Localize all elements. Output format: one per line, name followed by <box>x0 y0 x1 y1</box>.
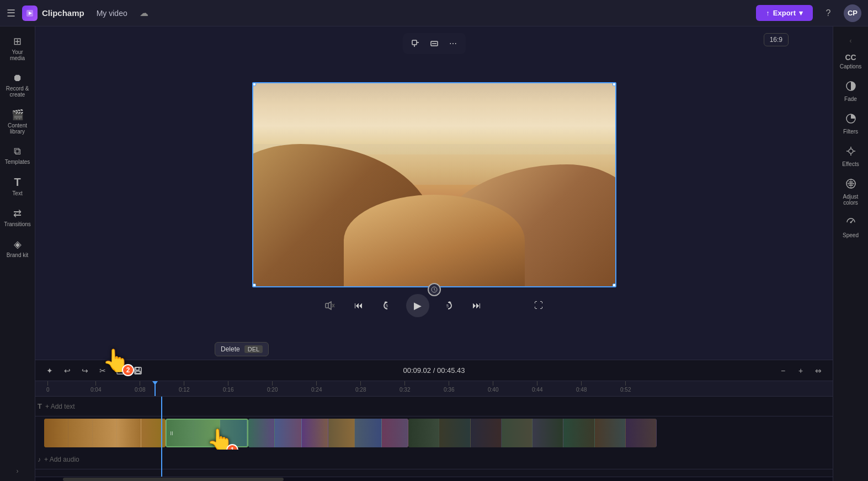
help-button[interactable]: ? <box>819 4 837 22</box>
templates-icon: ⧉ <box>14 146 21 157</box>
play-pause-button[interactable]: ▶ <box>406 294 429 317</box>
clip-1-thumbnails <box>44 419 166 447</box>
captions-panel-button[interactable]: CC Captions <box>835 49 866 74</box>
captions-icon: CC <box>845 53 856 62</box>
aspect-ratio-button[interactable]: 16:9 <box>764 33 789 46</box>
zoom-in-button[interactable]: + <box>793 363 808 378</box>
brand-kit-icon: ◈ <box>14 238 22 250</box>
more-options-button[interactable]: ⋯ <box>445 35 461 52</box>
speed-panel-button[interactable]: Speed <box>835 212 866 243</box>
ruler-mark-52: 0:52 <box>620 381 631 393</box>
right-sidebar-collapse-button[interactable]: ‹ <box>845 35 856 46</box>
magic-button[interactable]: ✦ <box>42 363 57 378</box>
resize-handle-top-left[interactable] <box>252 82 256 86</box>
add-audio-button[interactable]: ♪ + Add audio <box>38 456 830 463</box>
video-preview[interactable] <box>252 82 616 287</box>
ruler-mark-12: 0:12 <box>179 381 189 393</box>
clip-3-thumbnails <box>248 419 408 447</box>
playhead-triangle <box>152 381 158 385</box>
ruler-mark-4: 0:04 <box>90 381 101 393</box>
fade-panel-button[interactable]: Fade <box>835 76 866 106</box>
fit-timeline-button[interactable]: ⇔ <box>811 363 826 378</box>
resize-handle-top-right[interactable] <box>613 82 616 86</box>
filters-panel-button[interactable]: Filters <box>835 109 866 139</box>
text-track-row: T + Add text <box>35 397 833 416</box>
text-track-icon: T <box>38 402 42 410</box>
clip-2-thumbnails <box>167 420 247 446</box>
svg-point-33 <box>850 222 851 223</box>
save-frame-button[interactable] <box>130 363 146 378</box>
ruler-mark-16: 0:16 <box>223 381 233 393</box>
left-sidebar: ⊞ Your media ⏺ Record &create 🎬 Content … <box>0 26 35 481</box>
svg-rect-19 <box>136 367 139 370</box>
video-track-row: ⏸ <box>35 416 833 450</box>
rewind-5s-button[interactable]: 5 <box>377 296 397 316</box>
preview-area: ⋯ 16:9 <box>35 26 833 360</box>
playhead-ruler <box>155 381 156 396</box>
center-area: ⋯ 16:9 <box>35 26 833 481</box>
fullscreen-button[interactable]: ⛶ <box>529 296 549 316</box>
sidebar-item-transitions[interactable]: ⇄ Transitions <box>2 203 33 232</box>
app-name: Clipchamp <box>42 8 84 18</box>
export-chevron-icon: ▾ <box>799 9 803 17</box>
subtitle-button[interactable] <box>426 35 443 52</box>
topbar: ☰ Clipchamp My video ☁ ↑ Export ▾ ? CP <box>0 0 868 26</box>
svg-point-27 <box>849 149 853 153</box>
hamburger-menu[interactable]: ☰ <box>7 7 15 19</box>
resize-handle-bottom-right[interactable] <box>613 284 616 287</box>
resize-handle-bottom-left[interactable] <box>252 284 256 287</box>
ruler-mark-0: 0 <box>46 381 50 393</box>
timeline-area: ✦ ↩ ↪ ✂ Delete DEL <box>35 360 833 481</box>
undo-button[interactable]: ↩ <box>60 363 75 378</box>
your-media-icon: ⊞ <box>13 35 22 47</box>
scrollbar-thumb[interactable] <box>63 478 284 481</box>
svg-text:5: 5 <box>446 304 449 308</box>
skip-to-start-button[interactable]: ⏮ <box>349 296 369 316</box>
adjust-colors-panel-button[interactable]: Adjust colors <box>835 174 866 210</box>
right-sidebar: ‹ CC Captions Fade Filters <box>833 26 868 481</box>
ruler-mark-48: 0:48 <box>576 381 587 393</box>
desert-scene <box>253 83 615 286</box>
ruler-mark-40: 0:40 <box>488 381 498 393</box>
sidebar-item-record-create[interactable]: ⏺ Record &create <box>2 68 33 102</box>
zoom-out-button[interactable]: − <box>775 363 791 378</box>
redo-button[interactable]: ↪ <box>77 363 93 378</box>
sidebar-item-your-media[interactable]: ⊞ Your media <box>2 31 33 66</box>
logo-icon <box>22 6 38 21</box>
ruler-mark-28: 0:28 <box>355 381 366 393</box>
mute-button[interactable] <box>320 296 340 316</box>
svg-text:5: 5 <box>386 304 388 308</box>
ruler-mark-20: 0:20 <box>267 381 278 393</box>
preview-toolbar: ⋯ <box>403 33 466 54</box>
logo: Clipchamp <box>22 6 84 21</box>
delete-button[interactable]: Delete DEL <box>113 363 128 378</box>
cloud-save-icon[interactable]: ☁ <box>140 8 148 18</box>
effects-panel-button[interactable]: Effects <box>835 141 866 172</box>
export-button[interactable]: ↑ Export ▾ <box>756 5 813 21</box>
crop-button[interactable] <box>407 35 424 52</box>
scissors-button[interactable]: ✂ <box>95 363 110 378</box>
add-text-button[interactable]: T + Add text <box>38 402 830 410</box>
video-clip-2-selected[interactable]: ⏸ <box>166 419 248 447</box>
adjust-colors-icon <box>845 178 856 192</box>
sidebar-item-brand-kit[interactable]: ◈ Brand kit <box>2 234 33 263</box>
ruler-mark-32: 0:32 <box>400 381 410 393</box>
video-title[interactable]: My video <box>91 7 133 20</box>
avatar[interactable]: CP <box>844 4 861 22</box>
sidebar-item-content-library[interactable]: 🎬 Content library <box>2 104 33 139</box>
forward-5s-button[interactable]: 5 <box>438 296 458 316</box>
timeline-tracks: T + Add text <box>35 397 833 477</box>
sidebar-item-templates[interactable]: ⧉ Templates <box>2 141 33 169</box>
ruler-marks: 0 0:04 0:08 0:12 0:16 0:20 <box>38 381 830 396</box>
sidebar-expand-button[interactable]: › <box>12 466 23 477</box>
timeline-scrollbar[interactable] <box>35 477 833 481</box>
video-clip-3[interactable] <box>248 419 408 447</box>
video-clip-4[interactable] <box>408 419 657 447</box>
sidebar-item-text[interactable]: T Text <box>2 172 33 201</box>
text-icon: T <box>14 176 20 189</box>
skip-to-end-button[interactable]: ⏭ <box>467 296 487 316</box>
ruler-mark-44: 0:44 <box>532 381 542 393</box>
video-clip-1[interactable] <box>44 419 166 447</box>
ruler-mark-24: 0:24 <box>311 381 322 393</box>
transitions-icon: ⇄ <box>13 207 22 220</box>
